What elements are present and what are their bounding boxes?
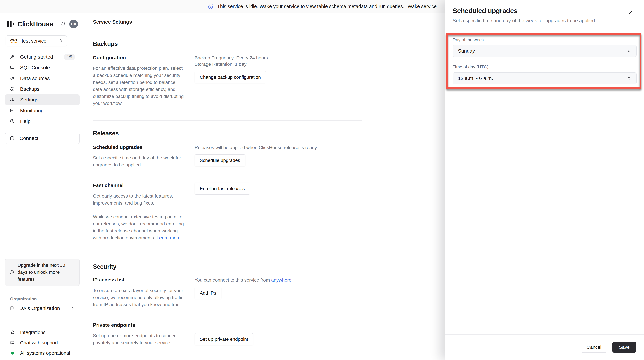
save-button[interactable]: Save: [612, 342, 636, 353]
sidebar-item-label: Getting started: [20, 54, 53, 60]
anywhere-link[interactable]: anywhere: [271, 277, 292, 283]
setup-private-endpoint-button[interactable]: Set up private endpoint: [194, 333, 253, 345]
sidebar-item-label: Help: [20, 118, 30, 124]
sidebar-nav: Getting started 1/5 SQL Console Data sou…: [0, 52, 85, 127]
sidebar-item-label: Monitoring: [20, 108, 44, 113]
panel-title: Scheduled upgrades: [453, 7, 636, 14]
sidebar-item-getting-started[interactable]: Getting started 1/5: [5, 52, 80, 62]
data-sources-icon: [10, 76, 15, 81]
configuration-description: For an effective data protection plan, s…: [93, 65, 186, 107]
brand-name: ClickHouse: [18, 20, 53, 28]
backups-heading: Backups: [93, 40, 362, 47]
day-of-week-value: Sunday: [458, 48, 475, 54]
private-endpoints-heading: Private endpoints: [93, 322, 194, 328]
upgrade-notice-text: Upgrade in the next 30 days to unlock mo…: [18, 262, 71, 283]
sidebar: ClickHouse DA aws test service: [0, 13, 85, 360]
backups-icon: [10, 87, 15, 92]
sidebar-item-label: Integrations: [20, 330, 46, 335]
avatar[interactable]: DA: [69, 20, 78, 28]
security-heading: Security: [93, 263, 362, 270]
sidebar-item-label: Chat with support: [20, 340, 58, 346]
service-selector[interactable]: aws test service: [6, 35, 67, 46]
notifications-bell-icon[interactable]: [60, 21, 66, 27]
sidebar-item-chat-support[interactable]: Chat with support: [5, 338, 80, 348]
chevron-updown-icon: [627, 76, 632, 81]
wake-service-link[interactable]: Wake service: [408, 4, 436, 9]
backup-frequency-note: Backup Frequency: Every 24 hours: [194, 55, 362, 61]
system-status-item[interactable]: All systems operational: [5, 348, 80, 358]
organization-name: DA's Organization: [20, 305, 60, 311]
sidebar-item-label: Settings: [20, 97, 38, 103]
add-ips-button[interactable]: Add IPs: [194, 287, 221, 299]
console-icon: [10, 65, 15, 70]
time-of-day-value: 12 a.m. - 6 a.m.: [458, 75, 493, 81]
time-of-day-select[interactable]: 12 a.m. - 6 a.m.: [453, 72, 636, 84]
organization-switcher[interactable]: DA's Organization: [5, 303, 80, 314]
status-dot-icon: [10, 352, 15, 355]
alarm-snooze-icon: [208, 3, 214, 10]
sidebar-item-integrations[interactable]: Integrations: [5, 327, 80, 338]
releases-section: Releases Scheduled upgrades Set a specif…: [93, 121, 362, 254]
fast-channel-description: Get early access to the latest features,…: [93, 192, 186, 207]
organization-section-label: Organization: [10, 296, 85, 302]
private-endpoints-description: Set up one or more endpoints to connect …: [93, 332, 186, 346]
backups-section: Backups Configuration For an effective d…: [93, 31, 362, 121]
sidebar-item-label: Data sources: [20, 75, 50, 81]
chevron-updown-icon: [58, 38, 63, 43]
scheduled-upgrades-heading: Scheduled upgrades: [93, 144, 194, 150]
sidebar-item-data-sources[interactable]: Data sources: [5, 73, 80, 84]
time-of-day-label: Time of day (UTC): [453, 57, 636, 70]
sidebar-item-sql-console[interactable]: SQL Console: [5, 62, 80, 73]
enroll-fast-releases-button[interactable]: Enroll in fast releases: [194, 182, 250, 194]
connect-label: Connect: [20, 136, 38, 141]
configuration-heading: Configuration: [93, 55, 194, 60]
clock-icon: [9, 270, 14, 275]
schedule-upgrades-button[interactable]: Schedule upgrades: [194, 154, 245, 167]
day-of-week-label: Day of the week: [453, 30, 636, 42]
cancel-button[interactable]: Cancel: [581, 342, 607, 353]
panel-body: Day of the week Sunday Time of day (UTC)…: [445, 30, 644, 84]
ip-access-note: You can connect to this service from any…: [194, 277, 362, 283]
progress-badge: 1/5: [64, 54, 75, 60]
ip-access-note-text: You can connect to this service from: [194, 277, 271, 283]
brand-row: ClickHouse DA: [0, 13, 85, 30]
puzzle-icon: [10, 330, 15, 335]
building-icon: [10, 306, 15, 311]
panel-header: Scheduled upgrades Set a specific time a…: [445, 0, 644, 30]
day-of-week-select[interactable]: Sunday: [453, 45, 636, 57]
sidebar-item-help[interactable]: Help: [5, 116, 80, 127]
ip-access-list-heading: IP access list: [93, 277, 194, 283]
releases-heading: Releases: [93, 130, 362, 137]
panel-footer: Cancel Save: [445, 334, 644, 360]
service-name: test service: [22, 38, 46, 44]
sidebar-item-monitoring[interactable]: Monitoring: [5, 105, 80, 116]
connect-icon: [10, 136, 14, 141]
sidebar-item-label: Backups: [20, 86, 40, 92]
chevron-updown-icon: [627, 49, 632, 53]
security-section: Security IP access list To ensure an ext…: [93, 254, 362, 346]
learn-more-link[interactable]: Learn more: [157, 235, 180, 240]
change-backup-configuration-button[interactable]: Change backup configuration: [194, 71, 266, 83]
scheduled-upgrades-description: Set a specific time and day of the week …: [93, 154, 186, 169]
scheduled-upgrades-panel: Scheduled upgrades Set a specific time a…: [445, 0, 644, 360]
panel-description: Set a specific time and day of the week …: [453, 18, 636, 23]
releases-ready-note: Releases will be applied when ClickHouse…: [194, 144, 362, 151]
connect-button[interactable]: Connect: [5, 133, 80, 144]
upgrade-notice-card[interactable]: Upgrade in the next 30 days to unlock mo…: [5, 259, 80, 286]
clickhouse-logo-icon: [7, 21, 14, 27]
fast-channel-heading: Fast channel: [93, 182, 194, 188]
fast-channel-warning: While we conduct extensive testing on al…: [93, 213, 186, 241]
ip-access-list-description: To ensure an extra layer of security for…: [93, 287, 186, 308]
help-icon: [10, 119, 15, 124]
storage-retention-note: Storage Retention: 1 day: [194, 61, 362, 67]
idle-banner-text: This service is idle. Wake your service …: [217, 4, 404, 9]
status-label: All systems operational: [20, 351, 70, 356]
close-icon[interactable]: [627, 9, 634, 16]
chevron-right-icon: [70, 306, 75, 310]
sidebar-item-label: SQL Console: [20, 65, 50, 70]
page-title: Service Settings: [93, 19, 132, 25]
sidebar-item-backups[interactable]: Backups: [5, 84, 80, 94]
sidebar-item-settings[interactable]: Settings: [5, 94, 80, 105]
rocket-icon: [10, 54, 15, 59]
add-service-button[interactable]: [71, 37, 79, 45]
